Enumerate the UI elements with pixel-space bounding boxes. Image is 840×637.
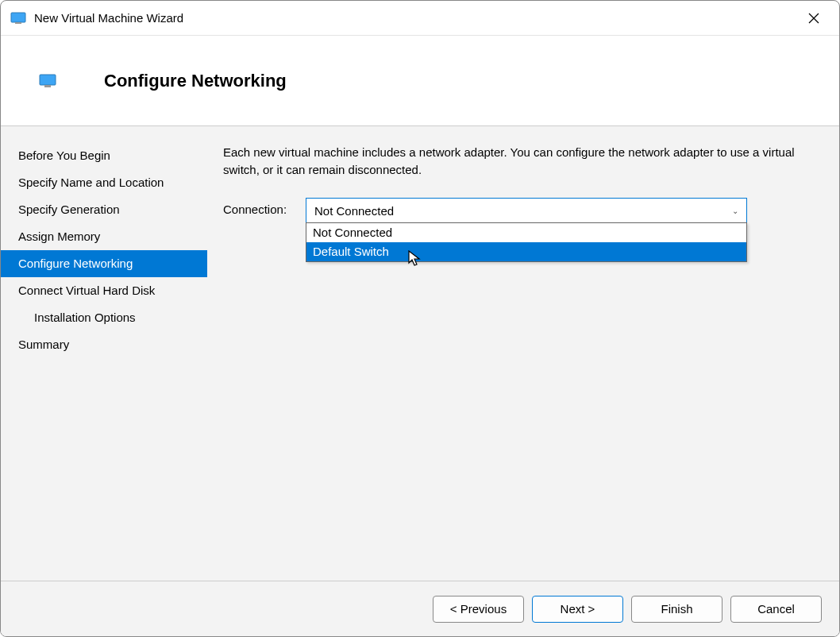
step-before-you-begin[interactable]: Before You Begin: [1, 142, 207, 169]
close-button[interactable]: [798, 2, 830, 34]
step-installation-options[interactable]: Installation Options: [1, 304, 207, 331]
step-assign-memory[interactable]: Assign Memory: [1, 223, 207, 250]
next-button[interactable]: Next >: [532, 596, 623, 623]
wizard-header: Configure Networking: [1, 36, 839, 126]
previous-button[interactable]: < Previous: [433, 596, 524, 623]
svg-rect-0: [11, 13, 25, 22]
wizard-button-bar: < Previous Next > Finish Cancel: [1, 581, 839, 636]
wizard-steps-sidebar: Before You Begin Specify Name and Locati…: [1, 126, 207, 581]
step-connect-vhd[interactable]: Connect Virtual Hard Disk: [1, 277, 207, 304]
connection-label: Connection:: [223, 198, 306, 216]
connection-field: Connection: Not Connected ⌄ Not Connecte…: [223, 198, 817, 223]
svg-rect-5: [44, 85, 51, 87]
connection-selected-value: Not Connected: [314, 204, 394, 218]
connection-combo-wrapper: Not Connected ⌄ Not Connected Default Sw…: [306, 198, 747, 223]
svg-rect-1: [15, 22, 21, 24]
option-not-connected[interactable]: Not Connected: [306, 223, 746, 242]
page-title: Configure Networking: [104, 71, 287, 91]
step-summary[interactable]: Summary: [1, 331, 207, 358]
window-title: New Virtual Machine Wizard: [34, 11, 798, 25]
svg-rect-4: [40, 75, 56, 85]
content-panel: Each new virtual machine includes a netw…: [207, 126, 839, 581]
header-icon: [39, 74, 56, 88]
connection-combobox[interactable]: Not Connected ⌄: [306, 198, 747, 223]
finish-button[interactable]: Finish: [631, 596, 722, 623]
step-description: Each new virtual machine includes a netw…: [223, 144, 817, 179]
step-specify-generation[interactable]: Specify Generation: [1, 196, 207, 223]
chevron-down-icon: ⌄: [732, 207, 738, 215]
step-configure-networking[interactable]: Configure Networking: [1, 250, 207, 277]
connection-dropdown: Not Connected Default Switch: [306, 222, 747, 262]
option-default-switch[interactable]: Default Switch: [306, 242, 746, 261]
titlebar: New Virtual Machine Wizard: [1, 1, 839, 36]
main-area: Before You Begin Specify Name and Locati…: [1, 126, 839, 581]
step-specify-name[interactable]: Specify Name and Location: [1, 169, 207, 196]
app-icon: [10, 12, 26, 25]
cancel-button[interactable]: Cancel: [730, 596, 822, 623]
